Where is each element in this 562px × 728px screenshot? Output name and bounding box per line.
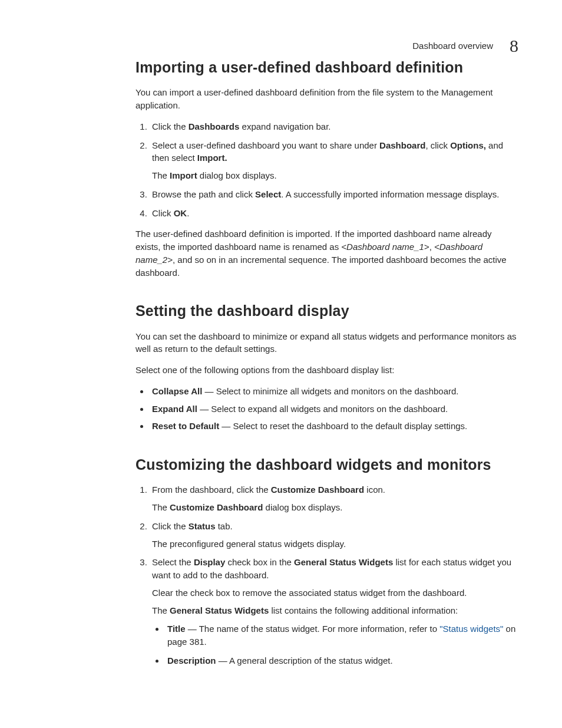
text: — Select to minimize all widgets and mon… <box>202 386 458 396</box>
document-page: Dashboard overview 8 Importing a user-de… <box>0 0 562 728</box>
heading-customizing: Customizing the dashboard widgets and mo… <box>135 454 518 475</box>
bold-text: Status <box>189 521 216 531</box>
bold-text: Import. <box>197 153 227 163</box>
text: Click the <box>152 521 189 531</box>
list-item: Click the Status tab. The preconfigured … <box>150 520 518 551</box>
paragraph: The user-defined dashboard definition is… <box>135 228 518 279</box>
bold-text: Dashboards <box>189 121 240 131</box>
unordered-list: Collapse All — Select to minimize all wi… <box>135 385 518 433</box>
bold-text: Dashboard <box>379 140 425 150</box>
bold-text: Select <box>255 189 281 199</box>
list-item: Expand All — Select to expand all widget… <box>150 403 518 416</box>
text: — The name of the status widget. For mor… <box>186 624 440 634</box>
bold-text: Title <box>167 624 186 634</box>
text: The <box>152 170 170 180</box>
heading-importing: Importing a user-defined dashboard defin… <box>135 57 518 78</box>
text: . <box>187 208 189 218</box>
heading-setting: Setting the dashboard display <box>135 300 518 321</box>
paragraph: You can set the dashboard to minimize or… <box>135 330 518 356</box>
list-item: Browse the path and click Select. A succ… <box>150 188 518 201</box>
chapter-number: 8 <box>510 33 518 59</box>
list-item: Description — A general description of t… <box>165 654 518 667</box>
text: From the dashboard, click the <box>152 485 271 495</box>
paragraph: Select one of the following options from… <box>135 364 518 377</box>
bold-text: Display <box>194 557 225 567</box>
text: — Select to reset the dashboard to the d… <box>219 421 467 431</box>
bold-text: Import <box>170 170 197 180</box>
running-title: Dashboard overview <box>412 39 493 52</box>
link-status-widgets[interactable]: "Status widgets" <box>439 624 503 634</box>
text: The <box>152 605 170 615</box>
text: dialog box displays. <box>197 170 277 180</box>
paragraph: The Import dialog box displays. <box>152 169 518 182</box>
running-header: Dashboard overview 8 <box>412 33 518 59</box>
list-item: Title — The name of the status widget. F… <box>165 622 518 648</box>
section-customizing: Customizing the dashboard widgets and mo… <box>135 454 518 667</box>
text: list contains the following additional i… <box>269 605 458 615</box>
list-item: From the dashboard, click the Customize … <box>150 483 518 514</box>
bold-text: Collapse All <box>152 386 202 396</box>
list-item: Click the Dashboards expand navigation b… <box>150 120 518 133</box>
text: , click <box>425 140 450 150</box>
paragraph: Clear the check box to remove the associ… <box>152 587 518 599</box>
text: Browse the path and click <box>152 189 255 199</box>
paragraph: The preconfigured general status widgets… <box>152 538 518 551</box>
bold-text: Description <box>167 655 216 666</box>
text: , and so on in an incremental sequence. … <box>135 255 507 278</box>
ordered-list: From the dashboard, click the Customize … <box>135 483 518 667</box>
text: — Select to expand all widgets and monit… <box>197 404 448 414</box>
text: — A general description of the status wi… <box>216 655 393 666</box>
ordered-list: Click the Dashboards expand navigation b… <box>135 120 518 220</box>
section-importing: Importing a user-defined dashboard defin… <box>135 57 518 279</box>
list-item: Click OK. <box>150 207 518 220</box>
bold-text: General Status Widgets <box>294 557 393 567</box>
text: Select a user-defined dashboard you want… <box>152 140 379 150</box>
text: Click <box>152 208 174 218</box>
bold-text: Options, <box>450 140 486 150</box>
text: The <box>152 502 170 512</box>
bold-text: Reset to Default <box>152 421 219 431</box>
list-item: Reset to Default — Select to reset the d… <box>150 420 518 433</box>
unordered-list: Title — The name of the status widget. F… <box>152 622 518 667</box>
list-item: Collapse All — Select to minimize all wi… <box>150 385 518 398</box>
text: , <box>429 242 434 252</box>
text: tab. <box>216 521 233 531</box>
text: Click the <box>152 121 189 131</box>
text: Select the <box>152 557 194 567</box>
text: expand navigation bar. <box>239 121 330 131</box>
paragraph: The General Status Widgets list contains… <box>152 604 518 617</box>
text: . A successfully imported information me… <box>281 189 499 199</box>
bold-text: Expand All <box>152 404 197 414</box>
text: dialog box displays. <box>263 502 342 512</box>
text: check box in the <box>225 557 294 567</box>
bold-text: General Status Widgets <box>170 605 269 615</box>
bold-text: Customize Dashboard <box>271 485 364 495</box>
list-item: Select the Display check box in the Gene… <box>150 556 518 667</box>
bold-text: Customize Dashboard <box>170 502 263 512</box>
list-item: Select a user-defined dashboard you want… <box>150 139 518 182</box>
bold-text: OK <box>174 208 187 218</box>
section-setting: Setting the dashboard display You can se… <box>135 300 518 433</box>
paragraph: The Customize Dashboard dialog box displ… <box>152 501 518 514</box>
paragraph: You can import a user-defined dashboard … <box>135 86 518 112</box>
italic-text: <Dashboard name_1> <box>341 242 429 252</box>
text: icon. <box>364 485 385 495</box>
